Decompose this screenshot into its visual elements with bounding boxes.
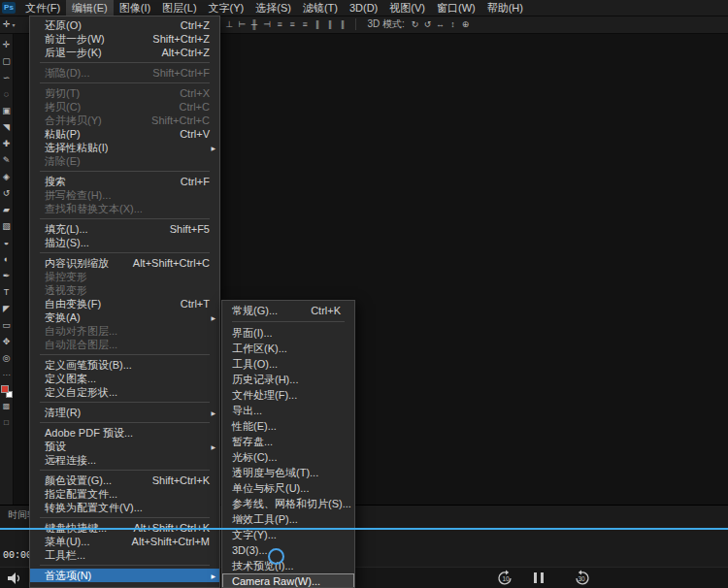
edit-menu-item[interactable]: 拷贝(C)Ctrl+C (30, 100, 219, 114)
pref-menu-item[interactable]: 增效工具(P)... (222, 511, 354, 527)
edit-menu-item[interactable]: 预设▶ (30, 440, 219, 453)
pref-menu-item[interactable]: 文件处理(F)... (222, 387, 354, 403)
edit-menu-item[interactable]: 操控变形 (30, 270, 219, 283)
3d-slide-icon[interactable]: ↕ (447, 19, 459, 29)
history-brush-tool-icon[interactable]: ↺ (0, 185, 14, 202)
pref-menu-item[interactable]: Camera Raw(W)... (222, 573, 354, 588)
edit-menu-item[interactable]: 剪切(T)Ctrl+X (30, 86, 219, 100)
pref-menu-item[interactable]: 3D(3)... (222, 542, 354, 558)
current-tool-icon[interactable]: ✛ (3, 19, 11, 29)
quick-mask-icon[interactable]: ▩ (0, 398, 14, 414)
foreground-color-swatch[interactable] (1, 385, 9, 393)
move-tool-icon[interactable]: ✛ (0, 37, 14, 53)
type-tool-icon[interactable]: T (0, 284, 14, 301)
pref-menu-item[interactable]: 历史记录(H)... (222, 372, 354, 387)
audio-icon[interactable] (6, 571, 23, 586)
screen-mode-icon[interactable]: □ (0, 414, 14, 431)
menubar-item-10[interactable]: 窗口(W) (431, 0, 481, 16)
skip-back-10-icon[interactable]: 10 (497, 570, 514, 587)
menubar-item-8[interactable]: 3D(D) (344, 0, 383, 16)
edit-menu-item[interactable]: 选择性粘贴(I)▶ (30, 141, 219, 154)
crop-tool-icon[interactable]: ▣ (0, 103, 14, 119)
quick-selection-tool-icon[interactable]: ◌ (0, 86, 14, 103)
eyedropper-tool-icon[interactable]: ◥ (0, 119, 14, 136)
pref-menu-item[interactable]: 技术预览(I)... (222, 558, 354, 573)
timeline-progress-line[interactable] (0, 528, 728, 530)
edit-menu-item[interactable]: 远程连接... (30, 453, 219, 467)
menubar-item-5[interactable]: 文字(Y) (203, 0, 250, 16)
edit-menu-item[interactable]: 颜色设置(G)...Shift+Ctrl+K (30, 474, 219, 487)
3d-scale-icon[interactable]: ⊕ (459, 19, 472, 29)
align-right-edges-icon[interactable]: ⊣ (261, 19, 274, 29)
edit-menu-item[interactable]: 清理(R)▶ (30, 406, 219, 419)
pref-menu-item[interactable]: 光标(C)... (222, 449, 354, 465)
edit-menu-item[interactable]: 透视变形 (30, 283, 219, 297)
3d-roll-icon[interactable]: ↺ (421, 19, 434, 29)
blur-tool-icon[interactable]: ◒ (0, 235, 14, 251)
skip-forward-30-icon[interactable]: 30 (573, 570, 590, 587)
align-horizontal-centers-icon[interactable]: ╫ (248, 19, 261, 29)
zoom-tool-icon[interactable]: ◎ (0, 350, 14, 367)
pref-menu-item[interactable]: 导出... (222, 403, 354, 418)
gradient-tool-icon[interactable]: ▧ (0, 218, 14, 235)
edit-menu-item[interactable]: Adobe PDF 预设... (30, 426, 219, 440)
eraser-tool-icon[interactable]: ▰ (0, 202, 14, 218)
menubar-item-7[interactable]: 滤镜(T) (297, 0, 344, 16)
dodge-tool-icon[interactable]: ◐ (0, 251, 14, 268)
3d-rotate-icon[interactable]: ↻ (409, 19, 421, 29)
pen-tool-icon[interactable]: ✒ (0, 268, 14, 284)
pref-menu-item[interactable]: 工具(O)... (222, 356, 354, 372)
edit-menu-item[interactable]: 后退一步(K)Alt+Ctrl+Z (30, 46, 219, 59)
distribute-left-edges-icon[interactable]: ∥ (312, 19, 324, 29)
pref-menu-item[interactable]: 性能(E)... (222, 418, 354, 434)
lasso-tool-icon[interactable]: ∽ (0, 70, 14, 86)
distribute-vertical-centers-icon[interactable]: ≡ (286, 19, 299, 29)
menubar-item-1[interactable]: 文件(F) (19, 0, 66, 16)
edit-menu-item[interactable]: 自动混合图层... (30, 338, 219, 351)
edit-toolbar-icon[interactable]: ⋯ (0, 367, 14, 383)
edit-menu-item[interactable]: 定义图案... (30, 372, 219, 385)
hand-tool-icon[interactable]: ✥ (0, 334, 14, 350)
edit-menu-item[interactable]: 变换(A)▶ (30, 310, 219, 324)
menubar-item-11[interactable]: 帮助(H) (481, 0, 529, 16)
edit-menu-item[interactable]: 查找和替换文本(X)... (30, 202, 219, 215)
menubar-item-6[interactable]: 选择(S) (249, 0, 297, 16)
edit-menu-item[interactable]: 渐隐(D)...Shift+Ctrl+F (30, 66, 219, 80)
distribute-top-edges-icon[interactable]: ≡ (274, 19, 286, 29)
pref-menu-item[interactable]: 透明度与色域(T)... (222, 465, 354, 480)
edit-menu-item[interactable]: 定义画笔预设(B)... (30, 358, 219, 372)
edit-menu-item[interactable]: 粘贴(P)Ctrl+V (30, 127, 219, 141)
pref-menu-item[interactable]: 常规(G)...Ctrl+K (222, 303, 354, 318)
pref-menu-item[interactable]: 界面(I)... (222, 325, 354, 341)
healing-brush-tool-icon[interactable]: ✚ (0, 136, 14, 152)
pref-menu-item[interactable]: 工作区(K)... (222, 341, 354, 356)
edit-menu-item[interactable]: 描边(S)... (30, 236, 219, 249)
pref-menu-item[interactable]: 参考线、网格和切片(S)... (222, 496, 354, 511)
pref-menu-item[interactable]: 暂存盘... (222, 434, 354, 449)
3d-drag-icon[interactable]: ↔ (434, 19, 447, 29)
edit-menu-item[interactable]: 转换为配置文件(V)... (30, 501, 219, 514)
pause-icon[interactable] (534, 572, 544, 583)
menubar-item-9[interactable]: 视图(V) (383, 0, 431, 16)
distribute-bottom-edges-icon[interactable]: ≡ (299, 19, 312, 29)
distribute-right-edges-icon[interactable]: ∥ (337, 19, 349, 29)
align-left-edges-icon[interactable]: ⊢ (236, 19, 248, 29)
edit-menu-item[interactable]: 首选项(N)▶ (30, 569, 219, 582)
edit-menu-item[interactable]: 菜单(U)...Alt+Shift+Ctrl+M (30, 535, 219, 548)
edit-menu-item[interactable]: 清除(E) (30, 154, 219, 168)
menubar-item-2[interactable]: 编辑(E) (66, 0, 114, 16)
edit-menu-item[interactable]: 内容识别缩放Alt+Shift+Ctrl+C (30, 256, 219, 270)
brush-tool-icon[interactable]: ✎ (0, 152, 14, 169)
edit-menu-item[interactable]: 搜索Ctrl+F (30, 175, 219, 188)
edit-menu-item[interactable]: 定义自定形状... (30, 385, 219, 399)
clone-stamp-tool-icon[interactable]: ◈ (0, 169, 14, 185)
distribute-horizontal-centers-icon[interactable]: ∥ (324, 19, 337, 29)
edit-menu-item[interactable]: 拼写检查(H)... (30, 188, 219, 202)
menubar-item-3[interactable]: 图像(I) (114, 0, 156, 16)
pref-menu-item[interactable]: 单位与标尺(U)... (222, 480, 354, 496)
edit-menu-item[interactable]: 还原(O)Ctrl+Z (30, 18, 219, 32)
edit-menu-item[interactable]: 自由变换(F)Ctrl+T (30, 297, 219, 310)
path-selection-tool-icon[interactable]: ◤ (0, 301, 14, 317)
menubar-item-4[interactable]: 图层(L) (156, 0, 202, 16)
shape-tool-icon[interactable]: ▭ (0, 317, 14, 334)
